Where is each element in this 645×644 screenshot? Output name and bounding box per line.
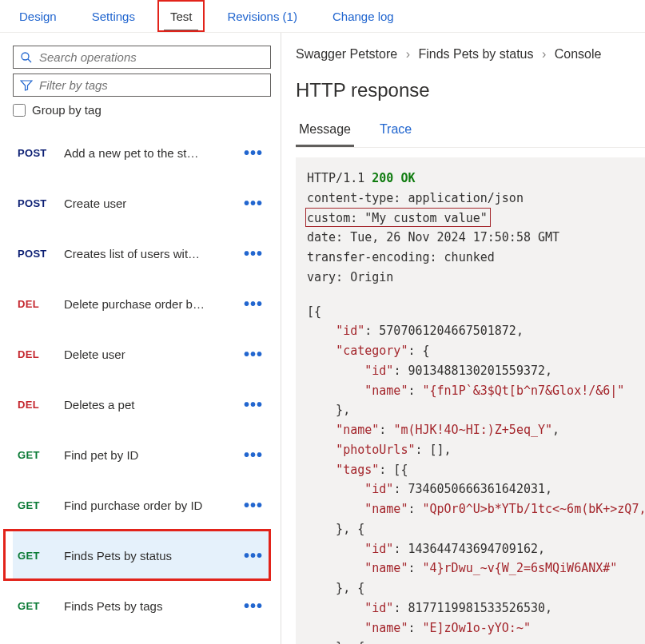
operation-row[interactable]: POSTAdd a new pet to the st…••• (13, 128, 271, 178)
svg-line-1 (28, 59, 31, 62)
http-response-body: HTTP/1.1 200 OKcontent-type: application… (296, 157, 645, 644)
filter-icon (20, 79, 33, 92)
http-method-badge: POST (18, 248, 54, 260)
operation-overflow-menu[interactable]: ••• (241, 496, 266, 515)
response-header-line: custom: "My custom value" (307, 209, 645, 229)
operation-overflow-menu[interactable]: ••• (241, 144, 266, 162)
operation-row[interactable]: POSTCreates list of users wit…••• (13, 229, 271, 279)
operation-overflow-menu[interactable]: ••• (241, 547, 266, 565)
operation-name: Finds Pets by status (64, 549, 231, 563)
operation-name: Create user (64, 197, 231, 210)
group-by-tag-checkbox[interactable] (13, 104, 26, 117)
page-title: HTTP response (296, 79, 645, 101)
operation-name: Find pet by ID (64, 448, 231, 462)
search-operations-field[interactable] (13, 46, 271, 69)
tab-test[interactable]: Test (164, 6, 199, 32)
operation-overflow-menu[interactable]: ••• (241, 345, 266, 364)
operation-row[interactable]: DELDeletes a pet••• (13, 380, 271, 430)
http-method-badge: GET (18, 449, 54, 461)
operation-row[interactable]: POSTCreate user••• (13, 178, 271, 229)
http-method-badge: POST (18, 147, 54, 159)
top-tabs: DesignSettingsTestRevisions (1)Change lo… (0, 0, 645, 33)
operation-name: Delete user (64, 348, 231, 361)
operation-name: Add a new pet to the st… (64, 146, 231, 160)
breadcrumb-part[interactable]: Finds Pets by status (418, 47, 533, 61)
operation-row[interactable]: DELDelete user••• (13, 329, 271, 380)
operation-overflow-menu[interactable]: ••• (241, 446, 266, 464)
operation-name: Deletes a pet (64, 398, 231, 411)
http-method-badge: POST (18, 197, 54, 209)
tab-settings[interactable]: Settings (86, 6, 141, 32)
response-json: [{ "id": 5707061204667501872, "category"… (307, 302, 645, 645)
main-panel: Swagger Petstore › Finds Pets by status … (281, 33, 645, 644)
http-method-badge: DEL (18, 399, 54, 411)
operation-overflow-menu[interactable]: ••• (241, 295, 266, 313)
operation-row[interactable]: GETFinds Pets by status••• (13, 531, 271, 581)
subtab-trace[interactable]: Trace (376, 117, 415, 147)
filter-by-tags-field[interactable] (13, 74, 271, 97)
http-method-badge: DEL (18, 348, 54, 360)
operation-overflow-menu[interactable]: ••• (241, 597, 266, 615)
http-method-badge: GET (18, 499, 54, 511)
tab-revisions-1-[interactable]: Revisions (1) (221, 6, 304, 32)
http-method-badge: GET (18, 550, 54, 562)
filter-by-tags-input[interactable] (39, 78, 264, 92)
operation-row[interactable]: GETFind pet by ID••• (13, 430, 271, 480)
search-operations-input[interactable] (39, 50, 264, 64)
response-header-line: date: Tue, 26 Nov 2024 17:50:58 GMT (307, 228, 645, 248)
group-by-tag-label: Group by tag (32, 103, 102, 117)
operation-overflow-menu[interactable]: ••• (241, 194, 266, 213)
breadcrumb: Swagger Petstore › Finds Pets by status … (296, 47, 645, 62)
response-header-line: transfer-encoding: chunked (307, 248, 645, 268)
response-headers: HTTP/1.1 200 OKcontent-type: application… (307, 169, 645, 288)
breadcrumb-part[interactable]: Swagger Petstore (296, 47, 397, 61)
operation-name: Finds Pets by tags (64, 599, 231, 613)
http-method-badge: GET (18, 600, 54, 612)
subtab-message[interactable]: Message (296, 117, 354, 147)
operation-row[interactable]: GETFinds Pets by tags••• (13, 581, 271, 631)
tab-design[interactable]: Design (13, 6, 63, 32)
operation-row[interactable]: GETFind purchase order by ID••• (13, 480, 271, 531)
operation-name: Delete purchase order b… (64, 297, 231, 311)
response-subtabs: MessageTrace (296, 117, 645, 148)
search-icon (20, 51, 33, 64)
operations-list: POSTAdd a new pet to the st…•••POSTCreat… (13, 128, 271, 631)
operation-row[interactable]: DELDelete purchase order b…••• (13, 279, 271, 329)
tab-change-log[interactable]: Change log (326, 6, 400, 32)
response-header-line: content-type: application/json (307, 189, 645, 209)
operation-overflow-menu[interactable]: ••• (241, 396, 266, 414)
operation-overflow-menu[interactable]: ••• (241, 244, 266, 263)
response-header-line: vary: Origin (307, 268, 645, 288)
operation-name: Find purchase order by ID (64, 499, 231, 512)
group-by-tag-toggle[interactable]: Group by tag (13, 103, 271, 117)
operations-sidebar: Group by tag POSTAdd a new pet to the st… (0, 33, 281, 644)
operation-name: Creates list of users wit… (64, 247, 231, 260)
svg-point-0 (22, 53, 29, 60)
breadcrumb-part: Console (555, 47, 602, 61)
http-method-badge: DEL (18, 298, 54, 310)
